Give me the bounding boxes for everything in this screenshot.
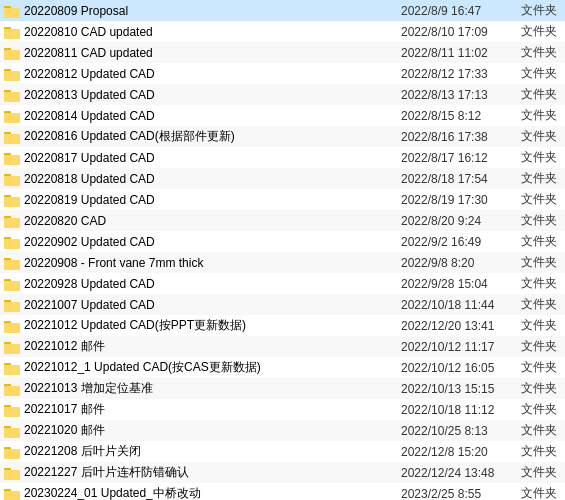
file-type: 文件夹 [521,233,561,250]
file-type: 文件夹 [521,149,561,166]
file-date: 2022/8/9 16:47 [401,4,521,18]
file-name: 20221012_1 Updated CAD(按CAS更新数据) [24,359,401,376]
file-name: 20220908 - Front vane 7mm thick [24,256,401,270]
folder-icon [4,340,20,354]
file-row[interactable]: 20220813 Updated CAD2022/8/13 17:13文件夹 [0,84,565,105]
svg-rect-35 [4,365,20,375]
file-name: 20221012 Updated CAD(按PPT更新数据) [24,317,401,334]
file-date: 2022/8/20 9:24 [401,214,521,228]
folder-icon [4,403,20,417]
file-row[interactable]: 20220820 CAD2022/8/20 9:24文件夹 [0,210,565,231]
folder-icon [4,382,20,396]
file-row[interactable]: 20220812 Updated CAD2022/8/12 17:33文件夹 [0,63,565,84]
svg-rect-13 [4,134,20,144]
file-name: 20220902 Updated CAD [24,235,401,249]
folder-icon [4,88,20,102]
file-row[interactable]: 20220811 CAD updated2022/8/11 11:02文件夹 [0,42,565,63]
file-row[interactable]: 20221012 Updated CAD(按PPT更新数据)2022/12/20… [0,315,565,336]
folder-icon [4,46,20,60]
file-row[interactable]: 20221007 Updated CAD2022/10/18 11:44文件夹 [0,294,565,315]
file-date: 2022/8/18 17:54 [401,172,521,186]
file-row[interactable]: 20220816 Updated CAD(根据部件更新)2022/8/16 17… [0,126,565,147]
file-name: 20221007 Updated CAD [24,298,401,312]
file-type: 文件夹 [521,212,561,229]
file-type: 文件夹 [521,296,561,313]
file-date: 2022/10/25 8:13 [401,424,521,438]
file-row[interactable]: 20220928 Updated CAD2022/9/28 15:04文件夹 [0,273,565,294]
file-name: 20220817 Updated CAD [24,151,401,165]
file-type: 文件夹 [521,317,561,334]
file-row[interactable]: 20220902 Updated CAD2022/9/2 16:49文件夹 [0,231,565,252]
file-list: 20220809 Proposal2022/8/9 16:47文件夹202208… [0,0,565,500]
file-type: 文件夹 [521,464,561,481]
file-name: 20220810 CAD updated [24,25,401,39]
folder-icon [4,235,20,249]
file-name: 20230224_01 Updated_中桥改动 [24,485,401,500]
svg-rect-21 [4,218,20,228]
file-type: 文件夹 [521,170,561,187]
file-row[interactable]: 20221020 邮件2022/10/25 8:13文件夹 [0,420,565,441]
file-date: 2022/8/12 17:33 [401,67,521,81]
file-name: 20220814 Updated CAD [24,109,401,123]
file-type: 文件夹 [521,485,561,500]
folder-icon [4,298,20,312]
file-type: 文件夹 [521,275,561,292]
file-name: 20221017 邮件 [24,401,401,418]
svg-rect-19 [4,197,20,207]
file-date: 2022/8/16 17:38 [401,130,521,144]
svg-rect-3 [4,29,20,39]
file-name: 20220812 Updated CAD [24,67,401,81]
file-row[interactable]: 20220908 - Front vane 7mm thick2022/9/8 … [0,252,565,273]
file-row[interactable]: 20221017 邮件2022/10/18 11:12文件夹 [0,399,565,420]
file-type: 文件夹 [521,44,561,61]
file-date: 2022/10/18 11:44 [401,298,521,312]
folder-icon [4,445,20,459]
file-row[interactable]: 20220818 Updated CAD2022/8/18 17:54文件夹 [0,168,565,189]
svg-rect-33 [4,344,20,354]
folder-icon [4,130,20,144]
svg-rect-25 [4,260,20,270]
folder-icon [4,67,20,81]
file-date: 2022/8/19 17:30 [401,193,521,207]
file-type: 文件夹 [521,23,561,40]
file-type: 文件夹 [521,128,561,145]
file-date: 2022/10/13 15:15 [401,382,521,396]
file-type: 文件夹 [521,338,561,355]
file-name: 20220819 Updated CAD [24,193,401,207]
svg-rect-1 [4,8,20,18]
file-row[interactable]: 20220817 Updated CAD2022/8/17 16:12文件夹 [0,147,565,168]
folder-icon [4,172,20,186]
file-name: 20220816 Updated CAD(根据部件更新) [24,128,401,145]
file-row[interactable]: 20220814 Updated CAD2022/8/15 8:12文件夹 [0,105,565,126]
file-row[interactable]: 20221012 邮件2022/10/12 11:17文件夹 [0,336,565,357]
folder-icon [4,424,20,438]
svg-rect-23 [4,239,20,249]
file-row[interactable]: 20221208 后叶片关闭2022/12/8 15:20文件夹 [0,441,565,462]
file-row[interactable]: 20221227 后叶片连杆防错确认2022/12/24 13:48文件夹 [0,462,565,483]
file-row[interactable]: 20221013 增加定位基准2022/10/13 15:15文件夹 [0,378,565,399]
folder-icon [4,25,20,39]
folder-icon [4,4,20,18]
svg-rect-47 [4,491,20,501]
file-name: 20220928 Updated CAD [24,277,401,291]
file-type: 文件夹 [521,86,561,103]
file-type: 文件夹 [521,422,561,439]
file-date: 2022/8/11 11:02 [401,46,521,60]
file-type: 文件夹 [521,443,561,460]
svg-rect-7 [4,71,20,81]
file-row[interactable]: 20220819 Updated CAD2022/8/19 17:30文件夹 [0,189,565,210]
svg-rect-41 [4,428,20,438]
file-date: 2022/9/2 16:49 [401,235,521,249]
file-date: 2022/12/20 13:41 [401,319,521,333]
file-type: 文件夹 [521,65,561,82]
file-type: 文件夹 [521,191,561,208]
file-row[interactable]: 20230224_01 Updated_中桥改动2023/2/25 8:55文件… [0,483,565,500]
svg-rect-37 [4,386,20,396]
file-date: 2022/8/15 8:12 [401,109,521,123]
folder-icon [4,466,20,480]
file-row[interactable]: 20221012_1 Updated CAD(按CAS更新数据)2022/10/… [0,357,565,378]
file-name: 20221020 邮件 [24,422,401,439]
file-row[interactable]: 20220809 Proposal2022/8/9 16:47文件夹 [0,0,565,21]
folder-icon [4,319,20,333]
file-row[interactable]: 20220810 CAD updated2022/8/10 17:09文件夹 [0,21,565,42]
